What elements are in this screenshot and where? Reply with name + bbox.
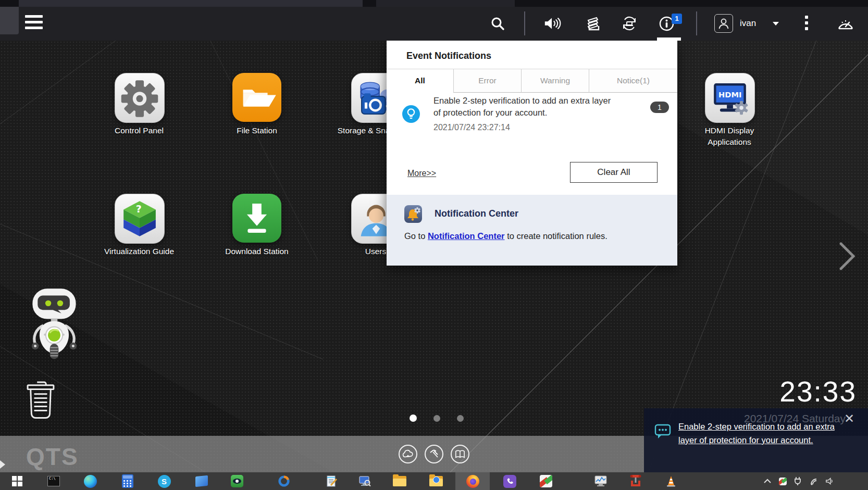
app-download-station[interactable] xyxy=(232,194,281,243)
panel-tabs: All Error Warning Notice(1) xyxy=(387,69,677,92)
dock-edge-handle[interactable] xyxy=(0,460,5,469)
divider xyxy=(696,11,697,35)
app-virtualization-guide[interactable]: ? xyxy=(115,194,165,244)
notification-center-body: Go to Notification Center to create noti… xyxy=(404,231,607,241)
notice-lightbulb-icon xyxy=(402,105,420,123)
windows-taskbar: C:\ S xyxy=(0,472,868,490)
taskbar-file-explorer[interactable] xyxy=(392,474,407,488)
next-page-chevron-icon[interactable] xyxy=(837,241,858,272)
app-label: HDMI Display Applications xyxy=(701,125,758,148)
tab-all[interactable]: All xyxy=(387,69,453,93)
qfinder-icon xyxy=(278,475,290,487)
pager-dot[interactable] xyxy=(457,415,464,422)
qts-logo: QTS xyxy=(26,436,79,472)
tab-warning[interactable]: Warning xyxy=(521,69,589,93)
tab-notice[interactable]: Notice(1) xyxy=(589,69,677,93)
more-options-icon[interactable] xyxy=(805,16,808,31)
external-device-icon[interactable] xyxy=(621,15,638,32)
app-label: Control Panel xyxy=(87,126,191,135)
pc-search-icon xyxy=(358,475,371,487)
edge-icon xyxy=(84,475,97,488)
taskbar-command-prompt[interactable]: C:\ xyxy=(46,474,61,488)
body-text: to create notification rules. xyxy=(505,231,607,241)
taskbar-clamp-tool[interactable] xyxy=(628,474,643,488)
taskbar-pc-search[interactable] xyxy=(357,474,372,488)
more-link[interactable]: More>> xyxy=(407,169,436,178)
app-control-panel[interactable] xyxy=(115,73,165,123)
user-avatar[interactable] xyxy=(714,14,733,33)
performance-icon xyxy=(594,475,607,487)
taskbar-firefox[interactable] xyxy=(465,474,480,488)
folder-icon xyxy=(393,476,406,486)
taskbar-calculator[interactable] xyxy=(120,474,135,488)
pager-dot[interactable] xyxy=(433,415,440,422)
app-label: File Station xyxy=(205,126,309,135)
network-signal-icon[interactable] xyxy=(807,474,822,488)
tray-app-glyph xyxy=(779,478,787,485)
desktop-pager xyxy=(401,414,472,423)
cmd-icon: C:\ xyxy=(47,476,60,486)
recycle-bin[interactable] xyxy=(23,378,58,422)
notification-center-link[interactable]: Notification Center xyxy=(428,231,505,241)
taskbar-skype[interactable]: S xyxy=(157,474,171,488)
app-file-station[interactable] xyxy=(232,73,281,122)
vlc-cone-icon xyxy=(665,475,677,487)
panel-title: Event Notifications xyxy=(406,41,491,69)
background-tasks-icon[interactable] xyxy=(585,15,602,32)
green-eye-icon xyxy=(231,475,243,487)
sidebar-handle[interactable] xyxy=(0,7,19,34)
chevron-down-icon xyxy=(773,22,779,26)
power-plug-icon[interactable] xyxy=(791,474,805,488)
notification-text[interactable]: Enable 2-step verification to add an ext… xyxy=(433,95,616,119)
notepad-icon xyxy=(326,475,338,487)
svg-text:?: ? xyxy=(136,203,142,215)
taskbar-viber[interactable] xyxy=(502,474,517,488)
strip-segment xyxy=(19,0,363,7)
taskbar-qfinder[interactable] xyxy=(277,474,291,488)
taskbar-movies-tv[interactable] xyxy=(194,474,209,488)
notification-count-badge: 1 xyxy=(672,14,682,24)
volume-icon[interactable] xyxy=(543,15,561,32)
svg-text:HDMI: HDMI xyxy=(718,90,742,99)
active-icon-indicator xyxy=(657,37,681,41)
strip-segment xyxy=(376,0,515,7)
user-menu[interactable]: ivan xyxy=(740,18,756,29)
taskbar-download-manager[interactable] xyxy=(539,474,553,488)
app-hdmi-display[interactable]: HDMI xyxy=(705,73,755,123)
tray-expand-icon[interactable] xyxy=(760,474,775,488)
clear-all-button[interactable]: Clear All xyxy=(570,162,658,183)
clamp-icon xyxy=(629,474,642,488)
main-menu-icon[interactable] xyxy=(25,15,43,32)
taskbar-edge-browser[interactable] xyxy=(83,474,97,488)
top-bar: 1 ivan xyxy=(0,7,868,41)
taskbar-notepad[interactable] xyxy=(325,474,339,488)
taskbar-network-folder[interactable] xyxy=(429,474,443,488)
tab-error[interactable]: Error xyxy=(453,69,521,93)
dashboard-icon[interactable] xyxy=(837,14,854,32)
taskbar-performance-monitor[interactable] xyxy=(593,474,608,488)
utilities-hammer-icon[interactable] xyxy=(425,445,443,463)
desktop-clock: 23:33 xyxy=(779,375,857,408)
firefox-icon xyxy=(466,475,479,488)
notification-count-pill: 1 xyxy=(650,102,669,113)
taskbar-vlc[interactable] xyxy=(664,474,678,488)
divider xyxy=(524,11,525,35)
qboost-robot[interactable] xyxy=(27,287,81,363)
start-button[interactable] xyxy=(10,474,24,488)
top-strip xyxy=(0,0,868,7)
taskbar-media-viewer[interactable] xyxy=(230,474,244,488)
notification-center-icon xyxy=(404,205,422,223)
tray-app-icon[interactable] xyxy=(775,474,790,488)
tray-speaker-icon[interactable] xyxy=(823,474,837,488)
myqnapcloud-icon[interactable] xyxy=(399,445,417,463)
qts-desktop: 1 ivan Control Panel xyxy=(0,0,868,490)
viber-icon xyxy=(503,475,516,488)
search-icon[interactable] xyxy=(489,15,506,32)
message-bubble-icon xyxy=(654,423,672,439)
notification-center-title: Notification Center xyxy=(435,208,518,219)
body-text: Go to xyxy=(404,231,428,241)
calculator-icon xyxy=(122,474,133,488)
documentation-book-icon[interactable] xyxy=(451,445,469,463)
app-label: Virtualization Guide xyxy=(87,247,191,256)
pager-dot-active[interactable] xyxy=(410,414,417,422)
